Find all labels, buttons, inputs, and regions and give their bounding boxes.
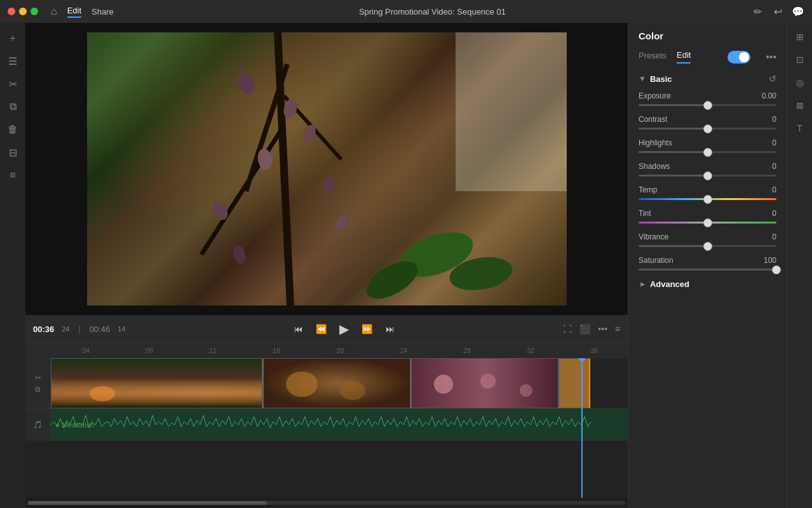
shadows-thumb[interactable] [703, 171, 712, 180]
tint-thumb[interactable] [703, 218, 712, 227]
basic-chevron[interactable]: ▼ [639, 74, 646, 83]
video-clip-1[interactable] [51, 358, 262, 408]
presets-tab[interactable]: Presets [639, 51, 667, 63]
exposure-label: Exposure [639, 91, 671, 100]
home-icon[interactable]: ⌂ [51, 6, 57, 17]
svg-point-20 [340, 381, 365, 400]
audio-icon[interactable]: 🎵 [33, 420, 43, 429]
shadows-fill [639, 175, 708, 177]
contrast-thumb[interactable] [703, 124, 712, 133]
playback-controls: 00:36 24 | 00:46 14 ⏮ ⏪ ▶ ⏩ ⏭ ⛶ ⬛ ••• ≡ [25, 315, 628, 343]
tint-label: Tint [639, 209, 651, 218]
highlights-track[interactable] [639, 151, 776, 153]
color-wheel-icon[interactable]: ◎ [791, 74, 809, 91]
skip-forward-button[interactable]: ⏭ [381, 320, 399, 338]
skip-back-button[interactable]: ⏮ [290, 320, 308, 338]
text-icon[interactable]: T [791, 119, 809, 137]
track-layer-icon[interactable]: ⧉ [35, 385, 41, 394]
more-options[interactable]: ••• [766, 51, 776, 63]
menu-icon[interactable]: ≡ [615, 324, 620, 334]
share-menu[interactable]: Share [91, 7, 114, 17]
clip-1-thumbnail [51, 359, 262, 408]
advanced-section-title: Advanced [650, 279, 776, 289]
exposure-track[interactable] [639, 104, 776, 106]
transform-icon[interactable]: ⊡ [791, 51, 809, 69]
vibrance-track[interactable] [639, 245, 776, 247]
svg-point-22 [434, 375, 453, 394]
video-preview [25, 23, 628, 315]
pen-tool-icon[interactable]: ✏ [751, 5, 764, 18]
saturation-thumb[interactable] [772, 265, 781, 274]
step-forward-button[interactable]: ⏩ [358, 320, 376, 338]
shadows-label-row: Shadows 0 [639, 162, 776, 171]
close-button[interactable] [8, 8, 15, 15]
delete-icon[interactable]: 🗑 [3, 119, 23, 140]
inspector-icon[interactable]: ⊞ [791, 28, 809, 46]
enable-toggle[interactable] [727, 51, 750, 64]
scrollbar-row [25, 498, 628, 508]
basic-section-title: Basic [650, 74, 765, 84]
vibrance-value: 0 [772, 232, 776, 241]
contrast-slider-row: Contrast 0 [639, 115, 776, 130]
scrollbar-thumb[interactable] [28, 501, 267, 505]
ruler-mark-32: :32 [498, 347, 562, 354]
advanced-section-header: ▼ Advanced [639, 279, 776, 289]
tint-label-row: Tint 0 [639, 209, 776, 218]
window-title: Spring Promotional Video: Sequence 01 [119, 7, 746, 17]
step-back-button[interactable]: ⏪ [313, 320, 330, 338]
tint-track[interactable] [639, 222, 776, 224]
video-scene-svg [87, 32, 567, 305]
panel-title: Color [639, 30, 776, 41]
grid-icon[interactable]: ⊟ [3, 142, 23, 163]
maximize-button[interactable] [30, 8, 38, 15]
cut-icon[interactable]: ✂ [3, 74, 23, 94]
audio-waveform: // Waveform lines drawn via SVG inline [51, 409, 628, 440]
svg-point-9 [321, 175, 335, 194]
ruler-mark-12: :12 [180, 347, 244, 354]
advanced-chevron[interactable]: ▼ [638, 281, 647, 288]
exposure-thumb[interactable] [703, 101, 712, 110]
center-area: 00:36 24 | 00:46 14 ⏮ ⏪ ▶ ⏩ ⏭ ⛶ ⬛ ••• ≡ [25, 23, 628, 508]
saturation-fill [639, 269, 776, 271]
temp-track[interactable] [639, 198, 776, 200]
video-clip-3[interactable] [410, 358, 558, 408]
more-options-icon[interactable]: ••• [598, 324, 607, 334]
current-frames: 24 [62, 325, 69, 333]
shadows-track[interactable] [639, 175, 776, 177]
contrast-track[interactable] [639, 128, 776, 130]
shadows-label: Shadows [639, 162, 670, 171]
audio-track-content: e Meditation // Waveform lines drawn via… [51, 409, 628, 440]
vibrance-thumb[interactable] [703, 242, 712, 251]
track-cut-icon[interactable]: ✂ [35, 373, 41, 382]
scrollbar-track[interactable] [28, 501, 625, 505]
basic-reset-icon[interactable]: ↺ [769, 74, 776, 84]
tint-value: 0 [772, 209, 776, 218]
list-icon[interactable]: ≡ [3, 165, 23, 185]
video-track-content [51, 358, 628, 408]
undo-icon[interactable]: ↩ [771, 5, 784, 18]
saturation-track[interactable] [639, 269, 776, 271]
crop-icon[interactable]: ⊠ [791, 97, 809, 114]
svg-point-10 [231, 244, 247, 265]
current-timecode: 00:36 [33, 324, 54, 334]
add-icon[interactable]: ＋ [3, 28, 23, 48]
duration-frames: 14 [118, 325, 125, 333]
temp-thumb[interactable] [703, 195, 712, 204]
layers-icon[interactable]: ⧉ [3, 97, 23, 117]
library-icon[interactable]: ☰ [3, 51, 23, 71]
chat-icon[interactable]: 💬 [792, 5, 804, 18]
temp-label: Temp [639, 185, 657, 194]
export-icon[interactable]: ⬛ [579, 324, 590, 334]
video-frame [25, 23, 628, 315]
edit-tab[interactable]: Edit [677, 50, 691, 64]
video-clip-4[interactable] [558, 358, 590, 408]
highlights-thumb[interactable] [703, 148, 712, 157]
saturation-slider-row: Saturation 100 [639, 256, 776, 271]
minimize-button[interactable] [19, 8, 27, 15]
fit-frame-icon[interactable]: ⛶ [563, 324, 572, 334]
edit-menu[interactable]: Edit [67, 6, 81, 18]
video-clip-2[interactable] [262, 358, 410, 408]
play-button[interactable]: ▶ [335, 320, 353, 338]
svg-point-23 [480, 373, 496, 389]
ruler-mark-36: :36 [562, 347, 625, 354]
